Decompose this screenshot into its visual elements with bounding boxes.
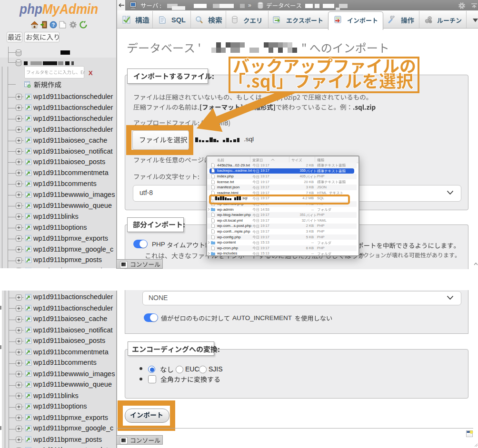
svg-text:?: ?	[52, 22, 55, 28]
